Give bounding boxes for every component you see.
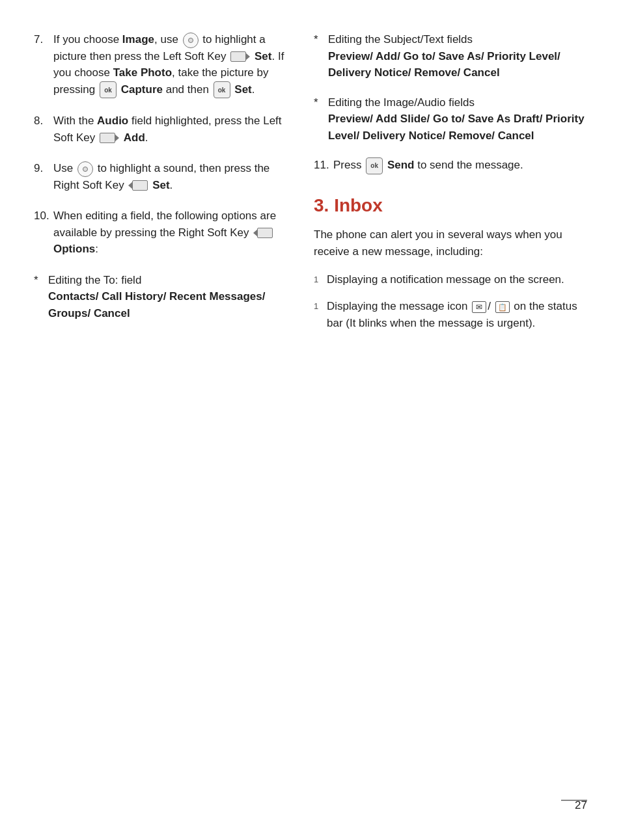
item-9-number: 9. — [34, 160, 53, 177]
ok-icon-2: ok — [214, 81, 230, 98]
star-intro-subject: Editing the Subject/Text fields — [328, 33, 473, 46]
page: 7. If you choose Image, use to highlight… — [0, 0, 621, 840]
inbox-heading: 3. Inbox — [314, 193, 587, 219]
star-content-image-audio: Editing the Image/Audio fields Preview/ … — [328, 94, 587, 144]
inbox-list-num-1: 1 — [314, 271, 327, 286]
item-10: 10. When editing a field, the following … — [34, 208, 288, 258]
inbox-list-item-2: 1 Displaying the message icon ✉/ 📋 on th… — [314, 298, 587, 331]
inbox-list-item-1: 1 Displaying a notification message on t… — [314, 271, 587, 288]
item-10-content: When editing a field, the following opti… — [53, 208, 288, 258]
left-column: 7. If you choose Image, use to highlight… — [34, 31, 307, 809]
ok-icon: ok — [100, 81, 117, 98]
star-bold-subject: Preview/ Add/ Go to/ Save As/ Priority L… — [328, 50, 560, 79]
item-11-content: Press ok Send to send the message. — [333, 157, 587, 174]
star-label-3: * — [314, 94, 328, 111]
nav-icon-2 — [77, 161, 93, 177]
star-item-to-field: * Editing the To: field Contacts/ Call H… — [34, 272, 288, 322]
inbox-section: 3. Inbox The phone can alert you in seve… — [314, 193, 587, 332]
star-item-subject: * Editing the Subject/Text fields Previe… — [314, 31, 587, 81]
inbox-body: The phone can alert you in several ways … — [314, 226, 587, 261]
page-number: 27 — [575, 798, 587, 814]
star-intro-to: Editing the To: field — [48, 274, 141, 286]
item-10-number: 10. — [34, 208, 53, 224]
item-11: 11. Press ok Send to send the message. — [314, 157, 587, 174]
item-7-content: If you choose Image, use to highlight a … — [53, 31, 288, 98]
inbox-list-content-2: Displaying the message icon ✉/ 📋 on the … — [327, 298, 587, 331]
lsk-icon — [230, 51, 250, 62]
nav-icon — [183, 33, 199, 48]
lsk-icon-2 — [100, 133, 119, 143]
msg-icon2: 📋 — [495, 301, 510, 313]
item-8-number: 8. — [34, 113, 53, 129]
right-column: * Editing the Subject/Text fields Previe… — [307, 31, 587, 809]
star-bold-to: Contacts/ Call History/ Recent Messages/… — [48, 290, 266, 319]
star-intro-image-audio: Editing the Image/Audio fields — [328, 96, 475, 109]
star-content-subject: Editing the Subject/Text fields Preview/… — [328, 31, 587, 81]
item-9-content: Use to highlight a sound, then press the… — [53, 160, 288, 193]
star-item-image-audio: * Editing the Image/Audio fields Preview… — [314, 94, 587, 144]
ok-icon-3: ok — [366, 157, 383, 174]
item-11-number: 11. — [314, 157, 333, 174]
item-7: 7. If you choose Image, use to highlight… — [34, 31, 288, 98]
inbox-list-num-2: 1 — [314, 298, 327, 313]
rsk-icon — [128, 180, 148, 191]
star-label-2: * — [314, 31, 328, 48]
item-9: 9. Use to highlight a sound, then press … — [34, 160, 288, 193]
item-8-content: With the Audio field highlighted, press … — [53, 113, 288, 146]
rsk-icon-2 — [253, 228, 273, 238]
star-bold-image-audio: Preview/ Add Slide/ Go to/ Save As Draft… — [328, 113, 585, 142]
inbox-list-content-1: Displaying a notification message on the… — [327, 271, 587, 288]
star-content-to-field: Editing the To: field Contacts/ Call His… — [48, 272, 288, 322]
item-8: 8. With the Audio field highlighted, pre… — [34, 113, 288, 146]
msg-icon1: ✉ — [472, 301, 486, 313]
item-7-number: 7. — [34, 31, 53, 48]
star-label: * — [34, 272, 48, 289]
